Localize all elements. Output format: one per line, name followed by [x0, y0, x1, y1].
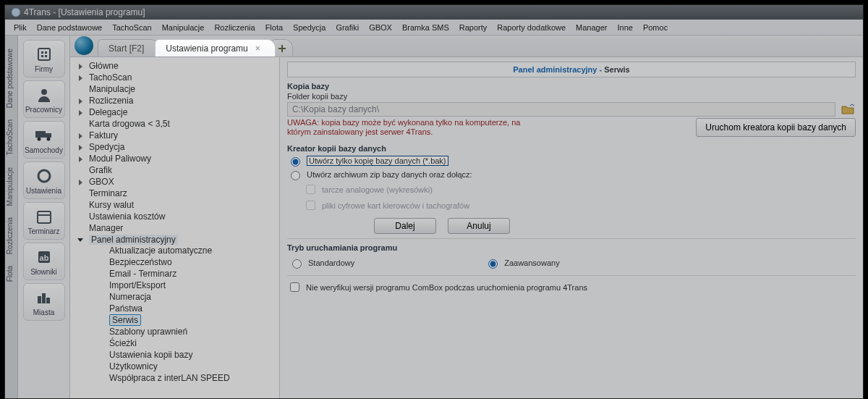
tree-item: Bezpieczeństwo	[99, 256, 276, 268]
menu-dane-podstawowe[interactable]: Dane podstawowe	[33, 22, 107, 33]
check-verify-label: Nie weryfikuj wersji programu ComBox pod…	[306, 283, 587, 292]
svg-point-12	[42, 174, 46, 178]
tree-item-serwis[interactable]: Serwis	[99, 314, 276, 326]
rail-slowniki[interactable]: ab Słowniki	[23, 243, 65, 280]
rail-label: Słowniki	[30, 268, 57, 276]
folder-input[interactable]	[287, 102, 835, 117]
menu-raporty-dodatkowe[interactable]: Raporty dodatkowe	[493, 22, 570, 33]
menu-manipulacje[interactable]: Manipulacje	[158, 22, 209, 33]
rail-firmy[interactable]: Firmy	[23, 40, 65, 77]
svg-rect-17	[38, 296, 41, 303]
svg-rect-7	[35, 131, 46, 138]
menubar: Plik Dane podstawowe TachoScan Manipulac…	[5, 20, 863, 35]
svg-point-0	[12, 8, 20, 17]
tree-item: Delegacje	[79, 106, 276, 118]
app-icon	[11, 7, 21, 17]
radio-standard[interactable]: Standardowy	[289, 257, 354, 269]
menu-grafiki[interactable]: Grafiki	[331, 22, 363, 33]
tree-item: Faktury	[79, 130, 276, 141]
side-tab-dane-podstawowe[interactable]: Dane podstawowe	[5, 43, 17, 114]
side-tab-flota[interactable]: Flota	[5, 260, 17, 287]
truck-icon	[35, 126, 54, 145]
tree-item: Import/Eksport	[99, 280, 276, 291]
check-analog: tarcze analogowe (wykresówki)	[303, 182, 856, 196]
svg-rect-8	[46, 133, 51, 138]
rail-samochody[interactable]: Samochody	[23, 121, 65, 159]
menu-tachoscan[interactable]: TachoScan	[108, 22, 156, 33]
radio-bak[interactable]: Utwórz tylko kopię bazy danych (*.bak)	[287, 155, 856, 167]
menu-bramka-sms[interactable]: Bramka SMS	[398, 22, 454, 33]
tree-item: Manager	[79, 222, 276, 234]
tree-item: GBOX	[79, 176, 276, 188]
menu-pomoc[interactable]: Pomoc	[639, 22, 672, 33]
settings-tree[interactable]: Główne TachoScan Manipulacje Rozliczenia…	[70, 57, 280, 398]
tree-item: Współpraca z interLAN SPEED	[99, 372, 276, 384]
panel-header-right: Serwis	[604, 65, 629, 74]
panel-header-left: Panel administracyjny	[513, 65, 597, 74]
radio-zip[interactable]: Utwórz archiwum zip bazy danych oraz doł…	[287, 169, 856, 180]
svg-rect-2	[41, 51, 43, 54]
tab-ustawienia-programu[interactable]: Ustawienia programu ×	[155, 39, 275, 56]
run-backup-wizard-button[interactable]: Uruchom kreatora kopii bazy danych	[696, 118, 856, 137]
tab-label: Ustawienia programu	[166, 43, 247, 54]
svg-rect-1	[38, 49, 50, 60]
tree-item: Numeracja	[99, 291, 276, 303]
rail-ustawienia[interactable]: Ustawienia	[23, 161, 65, 199]
tree-item-panel-admin[interactable]: Panel administracyjny Aktualizacje autom…	[79, 234, 276, 385]
tree-item: Szablony uprawnień	[99, 326, 276, 337]
radio-bak-input[interactable]	[291, 157, 300, 167]
tree-item: Spedycja	[79, 141, 276, 153]
tree-item: TachoScan	[79, 72, 276, 83]
warning-text: UWAGA: kopia bazy może być wykonana tylk…	[287, 118, 540, 137]
menu-inne[interactable]: Inne	[613, 22, 637, 33]
tree-item: Moduł Paliwowy	[79, 153, 276, 164]
svg-point-10	[46, 137, 50, 140]
gear-icon	[35, 167, 54, 185]
tab-label: Start [F2]	[109, 43, 144, 54]
building-icon	[35, 45, 54, 64]
menu-flota[interactable]: Flota	[261, 22, 287, 33]
tree-item: Kursy walut	[79, 199, 276, 211]
rail-pracownicy[interactable]: Pracownicy	[23, 80, 65, 118]
radio-zip-input[interactable]	[291, 171, 300, 180]
radio-advanced-input[interactable]	[488, 259, 498, 269]
rail-label: Ustawienia	[26, 187, 61, 195]
rail-terminarz[interactable]: Terminarz	[23, 202, 65, 240]
tree-item: Ustawienia kopii bazy	[99, 349, 276, 361]
open-folder-icon[interactable]	[840, 102, 856, 117]
document-tabs: Start [F2] Ustawienia programu ×	[70, 35, 863, 57]
menu-raporty[interactable]: Raporty	[455, 22, 492, 33]
folder-label: Folder kopii bazy	[287, 92, 856, 101]
radio-advanced-label: Zaawansowany	[504, 259, 559, 267]
tab-start[interactable]: Start [F2]	[98, 39, 159, 56]
menu-gbox[interactable]: GBOX	[365, 22, 396, 33]
rail-label: Samochody	[25, 146, 63, 154]
rail-label: Pracownicy	[25, 106, 62, 114]
menu-spedycja[interactable]: Spedycja	[289, 22, 330, 33]
cancel-button[interactable]: Anuluj	[448, 218, 510, 234]
check-verify-input[interactable]	[290, 282, 299, 292]
menu-rozliczenia[interactable]: Rozliczenia	[210, 22, 259, 33]
side-tab-rozliczenia[interactable]: Rozliczenia	[5, 211, 17, 260]
plus-icon	[278, 44, 286, 53]
radio-zip-label: Utwórz archiwum zip bazy danych oraz doł…	[307, 170, 472, 179]
next-button[interactable]: Dalej	[374, 218, 436, 234]
check-analog-label: tarcze analogowe (wykresówki)	[322, 185, 433, 194]
rail-miasta[interactable]: Miasta	[23, 283, 65, 321]
radio-advanced[interactable]: Zaawansowany	[485, 257, 559, 269]
radio-standard-input[interactable]	[292, 259, 302, 269]
tree-item: Użytkownicy	[99, 361, 276, 372]
section-kopia-bazy: Kopia bazy	[287, 82, 856, 91]
check-verify[interactable]: Nie weryfikuj wersji programu ComBox pod…	[287, 280, 856, 294]
tree-item: Manipulacje	[79, 83, 276, 95]
side-tab-tachoscan[interactable]: TachoScan	[5, 114, 17, 161]
menu-manager[interactable]: Manager	[571, 22, 611, 33]
tree-item: Grafik	[79, 164, 276, 176]
menu-plik[interactable]: Plik	[9, 22, 31, 33]
svg-text:ab: ab	[39, 253, 48, 262]
svg-point-9	[37, 137, 41, 140]
side-tab-manipulacje[interactable]: Manipulacje	[5, 161, 17, 211]
rail-label: Miasta	[33, 308, 54, 316]
app-orb-icon[interactable]	[75, 36, 93, 55]
close-icon[interactable]: ×	[255, 43, 260, 54]
